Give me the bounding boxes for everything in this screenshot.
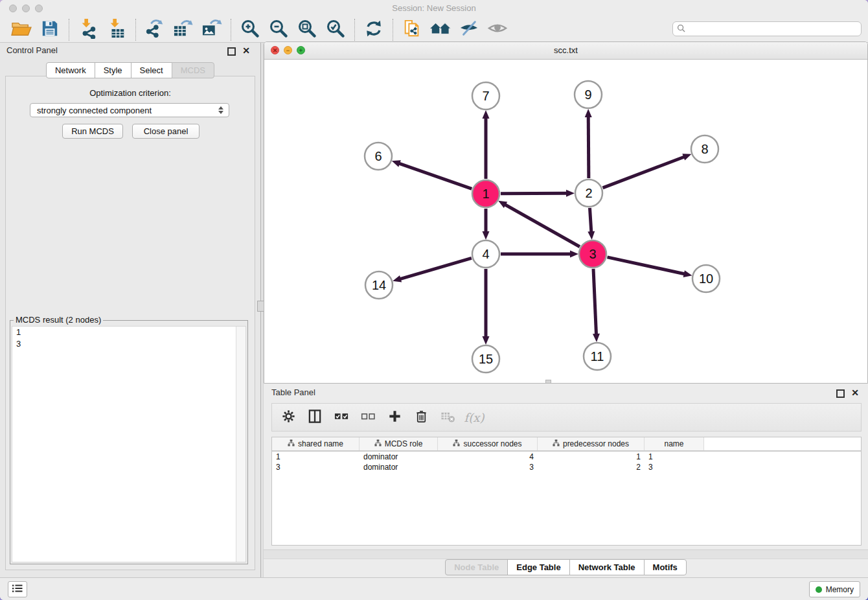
table-toolbar: f(x)	[271, 403, 862, 432]
open-session-button[interactable]	[10, 19, 33, 40]
column-header-shared-name[interactable]: shared name	[272, 437, 360, 450]
select-all-button[interactable]	[333, 409, 350, 426]
graph-node-2[interactable]: 2	[575, 179, 602, 207]
column-header-name[interactable]: name	[645, 437, 704, 450]
table-cell[interactable]: 1	[272, 452, 360, 462]
graph-node-9[interactable]: 9	[575, 81, 602, 108]
zoom-in-button[interactable]	[238, 19, 262, 40]
show-details-button[interactable]	[486, 19, 509, 40]
tab-mcds[interactable]: MCDS	[172, 62, 214, 78]
clone-network-button[interactable]	[400, 19, 424, 40]
table-cell[interactable]: dominator	[360, 462, 438, 472]
graph-node-14[interactable]: 14	[365, 271, 393, 299]
toolbar-group	[231, 19, 354, 41]
export-network-button[interactable]	[143, 19, 166, 40]
table-bottom-strip	[264, 549, 868, 559]
column-header-successor-nodes[interactable]: successor nodes	[438, 437, 538, 450]
graph-edge-2-3[interactable]	[589, 208, 591, 233]
result-scrollbar[interactable]	[236, 327, 246, 562]
zoom-out-button[interactable]	[267, 19, 290, 40]
graph-edge-3-1[interactable]	[505, 204, 580, 247]
hide-details-icon	[459, 19, 479, 40]
table-cell[interactable]: 4	[438, 452, 538, 462]
columns-button[interactable]	[306, 409, 323, 426]
close-panel-button[interactable]: Close panel	[132, 124, 200, 139]
column-header-predecessor-nodes[interactable]: predecessor nodes	[538, 437, 645, 450]
table-cell[interactable]: dominator	[360, 452, 438, 462]
network-canvas[interactable]: 7968124314101511	[264, 60, 867, 384]
zoom-selected-button[interactable]	[324, 19, 347, 40]
application-window: Session: New Session	[0, 0, 868, 600]
graph-node-11[interactable]: 11	[584, 343, 611, 370]
import-table-button[interactable]	[105, 19, 128, 40]
mcds-result-item[interactable]: 3	[12, 338, 246, 350]
run-mcds-button[interactable]: Run MCDS	[62, 124, 123, 139]
graph-node-10[interactable]: 10	[692, 265, 720, 292]
zoom-fit-button[interactable]	[295, 19, 319, 40]
graph-node-7[interactable]: 7	[472, 82, 499, 110]
import-network-button[interactable]	[76, 19, 100, 40]
memory-button[interactable]: Memory	[809, 581, 860, 597]
graph-node-3[interactable]: 3	[579, 240, 606, 268]
table-cell[interactable]: 1	[645, 452, 704, 462]
column-header-MCDS-role[interactable]: MCDS role	[360, 437, 438, 450]
close-panel-icon[interactable]: ✕	[242, 45, 250, 56]
graph-edge-3-10[interactable]	[607, 257, 685, 274]
tab-style[interactable]: Style	[95, 62, 131, 78]
table-cell[interactable]: 3	[438, 462, 538, 472]
save-session-button[interactable]	[38, 19, 62, 40]
add-row-button[interactable]	[386, 409, 403, 426]
export-image-button[interactable]	[200, 19, 223, 40]
graph-arrowhead-2-8	[682, 154, 691, 160]
graph-node-label: 15	[479, 352, 493, 366]
network-titlebar[interactable]: ✕ − + scc.txt	[264, 42, 867, 60]
graph-node-1[interactable]: 1	[472, 180, 499, 207]
graph-node-8[interactable]: 8	[691, 135, 718, 163]
criterion-dropdown[interactable]: strongly connected component	[30, 103, 229, 117]
table-row[interactable]: 3dominator323	[272, 462, 861, 472]
graph-edge-2-9[interactable]	[588, 116, 589, 178]
toolbar-group	[3, 19, 69, 41]
mcds-result-item[interactable]: 1	[12, 327, 246, 338]
tab-node-table[interactable]: Node Table	[445, 559, 508, 575]
graph-node-15[interactable]: 15	[472, 345, 499, 373]
network-graph: 7968124314101511	[264, 60, 867, 384]
table-cell[interactable]: 3	[272, 462, 360, 472]
criterion-dropdown-value: strongly connected component	[30, 106, 216, 115]
graph-node-6[interactable]: 6	[365, 143, 392, 170]
tab-edge-table[interactable]: Edge Table	[507, 559, 569, 575]
table-float-panel-icon[interactable]	[836, 389, 845, 398]
refresh-network-button[interactable]	[362, 19, 385, 40]
float-panel-icon[interactable]	[227, 47, 236, 56]
table-cell[interactable]: 3	[645, 462, 704, 472]
tab-select[interactable]: Select	[131, 62, 172, 78]
window-titlebar: Session: New Session	[0, 0, 868, 17]
tab-motifs[interactable]: Motifs	[644, 559, 687, 575]
graph-edge-1-2[interactable]	[501, 193, 567, 194]
gear-button[interactable]	[280, 409, 297, 426]
search-icon	[677, 23, 685, 35]
graph-edge-2-8[interactable]	[603, 157, 685, 188]
table-close-panel-icon[interactable]: ✕	[851, 387, 859, 398]
hide-details-button[interactable]	[457, 19, 481, 40]
export-table-button[interactable]	[172, 19, 195, 40]
graph-edge-3-11[interactable]	[593, 269, 597, 335]
delete-row-button[interactable]	[413, 409, 429, 426]
table-cell[interactable]: 2	[538, 462, 645, 472]
task-history-button[interactable]	[8, 581, 27, 597]
tab-network[interactable]: Network	[46, 62, 95, 78]
mcds-result-list[interactable]: 13	[12, 326, 246, 562]
home-view-button[interactable]	[429, 19, 452, 40]
tab-network-table[interactable]: Network Table	[569, 559, 645, 575]
deselect-all-button[interactable]	[360, 409, 376, 426]
search-box[interactable]	[672, 21, 862, 36]
search-input[interactable]	[688, 23, 861, 34]
columns-icon	[308, 409, 323, 426]
optimization-criterion-label: Optimization criterion:	[6, 88, 255, 98]
home-view-icon	[429, 19, 451, 40]
graph-edge-4-14[interactable]	[400, 258, 472, 279]
graph-edge-1-6[interactable]	[398, 163, 472, 189]
table-row[interactable]: 1dominator411	[272, 452, 861, 462]
graph-node-4[interactable]: 4	[472, 240, 499, 268]
table-cell[interactable]: 1	[538, 452, 645, 462]
